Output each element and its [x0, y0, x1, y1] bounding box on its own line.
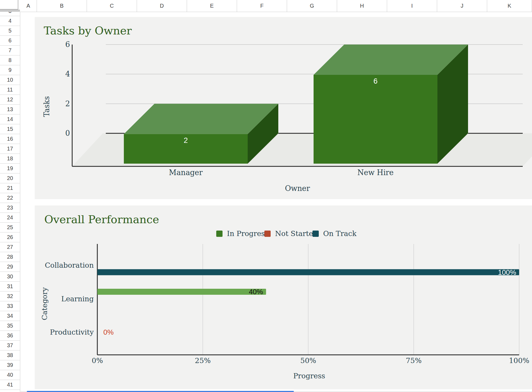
row-header-18[interactable]: 18 — [0, 154, 20, 164]
chart2-xtick-50: 50% — [300, 356, 316, 365]
column-header-J[interactable]: J — [437, 0, 487, 12]
chart1-ytick-6: 6 — [65, 40, 70, 49]
row-header-6[interactable]: 6 — [0, 36, 20, 46]
row-header-10[interactable]: 10 — [0, 75, 20, 85]
corner-shadow — [0, 10, 20, 12]
legend-swatch — [216, 231, 223, 237]
bar-rect — [97, 269, 519, 275]
row-header-9[interactable]: 9 — [0, 65, 20, 75]
chart2-xtick-75: 75% — [406, 356, 422, 365]
bar-front-face — [314, 75, 437, 164]
chart2-ycat-1: Learning — [61, 295, 94, 303]
row-header-14[interactable]: 14 — [0, 114, 20, 124]
chart1-title: Tasks by Owner — [44, 24, 132, 37]
bar-value-label: 100% — [498, 268, 516, 276]
bar-value-label: 40% — [249, 288, 263, 296]
row-header-26[interactable]: 26 — [0, 232, 20, 242]
chart2-bar-productivity[interactable]: 0% — [103, 328, 114, 336]
chart1-xcat-0: Manager — [169, 168, 203, 177]
bar-value-label: 0% — [103, 328, 114, 336]
chart1-y-title: Tasks — [42, 96, 51, 117]
legend-swatch — [312, 231, 319, 237]
row-header-39[interactable]: 39 — [0, 360, 20, 370]
row-header-30[interactable]: 30 — [0, 272, 20, 282]
tasks-by-owner-chart: Tasks by Owner266420ManagerNew HireOwner… — [35, 17, 532, 199]
legend-item-on-track[interactable]: On Track — [312, 229, 356, 238]
column-header-A[interactable]: A — [20, 0, 37, 12]
row-header-23[interactable]: 23 — [0, 203, 20, 213]
row-header-11[interactable]: 11 — [0, 85, 20, 95]
row-header-5[interactable]: 5 — [0, 26, 20, 36]
chart2-xtick-25: 25% — [195, 356, 211, 365]
column-header-E[interactable]: E — [187, 0, 237, 12]
legend-item-not-started[interactable]: Not Started — [264, 229, 318, 238]
chart2-ycat-0: Collaboration — [45, 261, 94, 269]
column-header-D[interactable]: D — [137, 0, 187, 12]
chart2-bar-learning[interactable]: 40% — [97, 288, 266, 296]
row-header-29[interactable]: 29 — [0, 262, 20, 272]
chart-panel-overall-performance[interactable]: Overall PerformanceIn ProgressNot Starte… — [35, 205, 532, 389]
chart1-bar-new-hire[interactable]: 6 — [314, 45, 468, 164]
row-header-12[interactable]: 12 — [0, 95, 20, 105]
column-header-G[interactable]: G — [287, 0, 337, 12]
row-header-20[interactable]: 20 — [0, 173, 20, 183]
chart2-bar-collaboration[interactable]: 100% — [97, 268, 519, 276]
column-header-I[interactable]: I — [387, 0, 437, 12]
chart2-xtick-0: 0% — [92, 356, 103, 365]
chart1-bar-manager[interactable]: 2 — [124, 104, 278, 164]
legend-item-in-progress[interactable]: In Progress — [216, 229, 268, 238]
row-header-25[interactable]: 25 — [0, 223, 20, 232]
row-header-28[interactable]: 28 — [0, 252, 20, 262]
row-header-33[interactable]: 33 — [0, 301, 20, 311]
legend-label: On Track — [323, 229, 356, 238]
row-header-27[interactable]: 27 — [0, 242, 20, 252]
select-all-box — [0, 0, 18, 10]
chart1-ytick-4: 4 — [65, 70, 70, 78]
chart-panel-tasks-by-owner[interactable]: Tasks by Owner266420ManagerNew HireOwner… — [35, 17, 532, 199]
chart1-xcat-1: New Hire — [357, 168, 393, 177]
legend-swatch — [264, 231, 271, 237]
row-header-17[interactable]: 17 — [0, 144, 20, 154]
row-header-4[interactable]: 4 — [0, 16, 20, 26]
row-header-24[interactable]: 24 — [0, 213, 20, 223]
row-header-13[interactable]: 13 — [0, 105, 20, 114]
horizontal-scrollbar-thumb[interactable] — [27, 391, 294, 392]
row-header-32[interactable]: 32 — [0, 291, 20, 301]
bar-data-label: 2 — [184, 136, 188, 145]
bar-rect — [97, 289, 266, 295]
row-header-40[interactable]: 40 — [0, 370, 20, 380]
row-header-22[interactable]: 22 — [0, 193, 20, 203]
row-header-16[interactable]: 16 — [0, 134, 20, 144]
chart2-y-title: Category — [40, 287, 49, 320]
row-header-column: 3456789101112131415161718192021222324252… — [0, 12, 20, 392]
select-all-corner[interactable] — [0, 0, 20, 12]
row-header-19[interactable]: 19 — [0, 164, 20, 173]
chart2-xtick-100: 100% — [509, 356, 529, 365]
row-header-7[interactable]: 7 — [0, 46, 20, 55]
column-header-K[interactable]: K — [487, 0, 532, 12]
row-header-31[interactable]: 31 — [0, 282, 20, 291]
row-header-21[interactable]: 21 — [0, 183, 20, 193]
row-header-8[interactable]: 8 — [0, 55, 20, 65]
chart1-ytick-2: 2 — [65, 99, 70, 108]
column-header-row: ABCDEFGHIJK — [0, 0, 532, 12]
row-header-3-partial[interactable]: 3 — [0, 12, 20, 16]
row-header-15[interactable]: 15 — [0, 124, 20, 134]
column-header-H[interactable]: H — [337, 0, 387, 12]
chart1-ytick-0: 0 — [65, 129, 70, 137]
column-header-C[interactable]: C — [87, 0, 137, 12]
chart2-x-title: Progress — [293, 372, 325, 380]
row-header-36[interactable]: 36 — [0, 331, 20, 341]
chart1-x-title: Owner — [285, 184, 310, 193]
row-header-34[interactable]: 34 — [0, 311, 20, 321]
row-header-41[interactable]: 41 — [0, 380, 20, 390]
row-header-37[interactable]: 37 — [0, 341, 20, 350]
column-header-F[interactable]: F — [237, 0, 287, 12]
row-header-38[interactable]: 38 — [0, 350, 20, 360]
row-header-35[interactable]: 35 — [0, 321, 20, 331]
spreadsheet-app: ABCDEFGHIJK 3456789101112131415161718192… — [0, 0, 532, 392]
bar-data-label: 6 — [373, 77, 378, 85]
chart2-title: Overall Performance — [44, 213, 159, 226]
overall-performance-chart: Overall PerformanceIn ProgressNot Starte… — [35, 205, 532, 389]
column-header-B[interactable]: B — [37, 0, 87, 12]
